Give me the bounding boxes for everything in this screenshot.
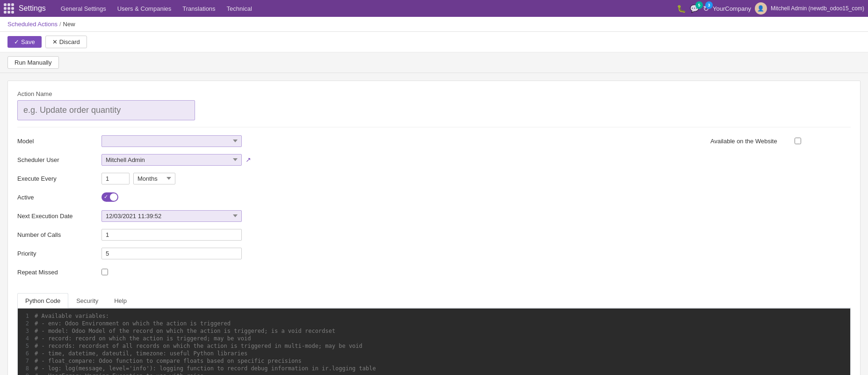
number-of-calls-input[interactable]: 1 — [101, 229, 242, 241]
execute-every-row: Execute Every 1 Seconds Minutes Hours Da… — [17, 171, 692, 185]
divider-1 — [17, 127, 851, 127]
scheduler-user-row: Scheduler User Mitchell Admin ↗ — [17, 153, 692, 167]
code-line: 1# Available variables: — [18, 312, 850, 320]
save-label: Save — [21, 38, 35, 45]
toggle-check-icon: ✓ — [104, 194, 108, 200]
user-avatar[interactable]: 👤 — [755, 2, 767, 15]
topbar-right: 🐛 💬 5 ↻ 3 YourCompany 👤 Mitchell Admin (… — [677, 2, 864, 15]
breadcrumb-parent[interactable]: Scheduled Actions — [7, 21, 58, 28]
code-line: 2# - env: Odoo Environment on which the … — [18, 320, 850, 327]
discard-button[interactable]: ✕ Discard — [45, 36, 87, 48]
nav-technical[interactable]: Technical — [221, 0, 258, 17]
code-editor[interactable]: 1# Available variables:2# - env: Odoo En… — [17, 308, 851, 375]
checkmark-icon: ✓ — [14, 38, 19, 45]
execute-every-label: Execute Every — [17, 175, 101, 182]
action-name-group: Action Name — [17, 90, 851, 120]
app-title: Settings — [19, 4, 46, 13]
company-name[interactable]: YourCompany — [713, 5, 751, 12]
repeat-missed-label: Repeat Missed — [17, 269, 101, 276]
available-website-row: Available on the Website — [710, 134, 851, 148]
app-logo[interactable] — [4, 3, 14, 14]
active-label: Active — [17, 194, 101, 201]
topbar: Settings General Settings Users & Compan… — [0, 0, 868, 17]
number-of-calls-label: Number of Calls — [17, 231, 101, 238]
chat-icon-wrap[interactable]: 💬 5 — [690, 4, 699, 13]
breadcrumb-current: New — [63, 21, 75, 28]
action-name-label: Action Name — [17, 90, 851, 97]
model-select[interactable] — [101, 135, 242, 147]
tab-security[interactable]: Security — [68, 293, 106, 308]
repeat-missed-checkbox[interactable] — [101, 269, 108, 275]
action-bar: ✓ Save ✕ Discard — [0, 32, 868, 52]
model-row: Model — [17, 134, 692, 148]
priority-row: Priority 5 — [17, 246, 692, 260]
code-line: 4# - record: record on which the action … — [18, 335, 850, 342]
nav-users-companies[interactable]: Users & Companies — [112, 0, 177, 17]
activity-badge: 3 — [705, 1, 713, 9]
top-navigation: General Settings Users & Companies Trans… — [55, 0, 677, 17]
scheduler-user-label: Scheduler User — [17, 156, 101, 163]
code-line: 3# - model: Odoo Model of the record on … — [18, 327, 850, 335]
tabs-bar: Python Code Security Help — [17, 293, 851, 308]
model-label: Model — [17, 138, 101, 145]
number-of-calls-row: Number of Calls 1 — [17, 228, 692, 242]
repeat-missed-row: Repeat Missed — [17, 265, 692, 279]
active-toggle[interactable]: ✓ — [101, 192, 118, 202]
nav-translations[interactable]: Translations — [177, 0, 221, 17]
code-line: 8# - log: log(message, level='info'): lo… — [18, 365, 850, 372]
execute-every-unit-select[interactable]: Seconds Minutes Hours Days Weeks Months — [133, 173, 175, 184]
bug-icon[interactable]: 🐛 — [677, 4, 686, 13]
next-execution-label: Next Execution Date — [17, 213, 101, 220]
activity-icon-wrap[interactable]: ↻ 3 — [703, 4, 709, 13]
priority-label: Priority — [17, 250, 101, 257]
save-button[interactable]: ✓ Save — [7, 36, 42, 48]
available-website-label: Available on the Website — [710, 138, 795, 145]
tab-help[interactable]: Help — [106, 293, 135, 308]
code-line: 5# - records: recordset of all records o… — [18, 342, 850, 350]
x-icon: ✕ — [52, 38, 58, 45]
code-line: 6# - time, datetime, dateutil, timezone:… — [18, 350, 850, 357]
main-content: Action Name Model Scheduler — [0, 73, 868, 375]
tab-python-code[interactable]: Python Code — [17, 293, 68, 308]
scheduler-user-external-link[interactable]: ↗ — [246, 156, 251, 163]
action-name-input[interactable] — [17, 100, 195, 120]
chat-badge: 5 — [695, 1, 703, 9]
breadcrumb: Scheduled Actions / New — [0, 17, 868, 32]
active-row: Active ✓ — [17, 190, 692, 204]
priority-input[interactable]: 5 — [101, 248, 242, 259]
next-execution-select[interactable]: 12/03/2021 11:39:52 — [101, 210, 242, 222]
user-name[interactable]: Mitchell Admin (newdb_odoo15_com) — [771, 5, 864, 12]
discard-label: Discard — [59, 38, 80, 45]
form-card: Action Name Model Scheduler — [7, 81, 861, 375]
scheduler-user-select[interactable]: Mitchell Admin — [101, 154, 242, 166]
execute-every-number[interactable]: 1 — [101, 173, 130, 184]
code-line: 9# - UserError: Warning Exception to use… — [18, 372, 850, 375]
breadcrumb-separator: / — [59, 21, 61, 28]
nav-general-settings[interactable]: General Settings — [55, 0, 112, 17]
toggle-knob — [110, 193, 117, 201]
code-line: 7# - float_compare: Odoo function to com… — [18, 357, 850, 365]
available-website-checkbox[interactable] — [795, 138, 801, 144]
next-execution-row: Next Execution Date 12/03/2021 11:39:52 — [17, 209, 692, 223]
run-manually-bar: Run Manually — [0, 52, 868, 73]
run-manually-button[interactable]: Run Manually — [7, 56, 59, 69]
